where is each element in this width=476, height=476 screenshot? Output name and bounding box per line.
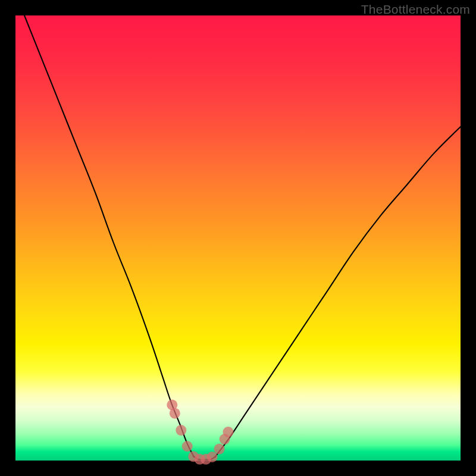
marker-point <box>207 452 218 462</box>
bottleneck-curve <box>24 15 461 460</box>
marker-point <box>170 408 180 419</box>
marker-point <box>223 427 234 437</box>
marker-point <box>176 425 186 436</box>
marker-point <box>182 441 193 452</box>
plot-area <box>15 15 461 461</box>
watermark-text: TheBottleneck.com <box>361 2 470 17</box>
curve-layer <box>15 15 461 461</box>
marker-group <box>167 400 233 465</box>
chart-frame: TheBottleneck.com <box>0 0 476 476</box>
marker-point <box>214 444 225 455</box>
